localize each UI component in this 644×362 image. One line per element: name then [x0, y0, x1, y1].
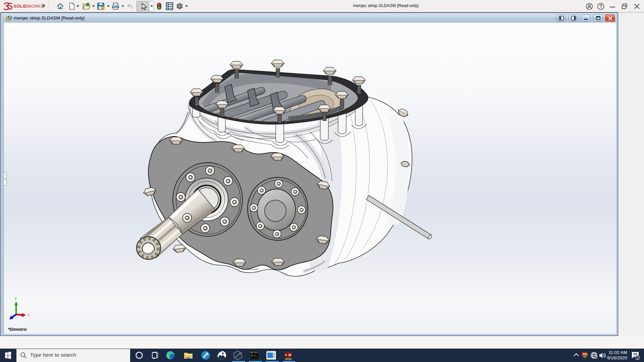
- svg-text:SOLIDWORKS: SOLIDWORKS: [13, 4, 44, 9]
- svg-text:S: S: [285, 353, 287, 357]
- svg-text:!: !: [103, 7, 104, 10]
- svg-text:SW: SW: [583, 353, 587, 355]
- svg-text:2020: 2020: [285, 357, 292, 361]
- svg-text:2: 2: [637, 356, 639, 360]
- svg-text:W: W: [288, 353, 291, 357]
- svg-text:X: X: [28, 313, 30, 317]
- svg-text:Y: Y: [14, 297, 17, 301]
- svg-text:C:\_: C:\_: [251, 354, 257, 357]
